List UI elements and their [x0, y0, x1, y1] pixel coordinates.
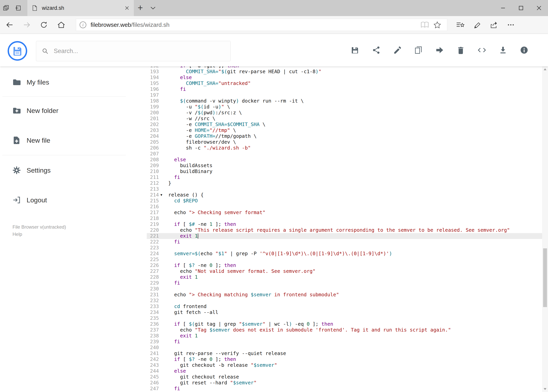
code-line-229[interactable]: 229 fi — [147, 280, 542, 286]
page-info-icon[interactable]: i — [80, 21, 86, 28]
new-tab-button[interactable]: + — [134, 0, 147, 16]
rename-button[interactable] — [393, 46, 402, 54]
fold-marker-icon[interactable]: ▾ — [160, 192, 162, 198]
forward-button[interactable] — [19, 17, 35, 33]
code-line-238[interactable]: 238 exit 1 — [147, 333, 542, 339]
code-line-213[interactable]: 213 — [147, 186, 542, 192]
scroll-down-button[interactable] — [542, 386, 548, 392]
code-line-247[interactable]: 247 fi — [147, 386, 542, 392]
copy-button[interactable] — [414, 46, 423, 54]
code-line-221[interactable]: 221 exit 1 — [147, 233, 542, 239]
tabs-set-aside-list-button[interactable] — [0, 0, 12, 16]
code-line-222[interactable]: 222 fi — [147, 239, 542, 245]
tab-close-button[interactable] — [125, 6, 130, 11]
hub-favorites-button[interactable] — [452, 17, 469, 33]
code-line-192[interactable]: 192 if [ -d .git ]; then — [147, 66, 542, 69]
sidebar-item-settings[interactable]: Settings — [0, 160, 140, 181]
back-button[interactable] — [2, 17, 17, 33]
code-line-199[interactable]: 199 -u "$(id -u)" \ — [147, 104, 542, 110]
code-line-245[interactable]: 245 git checkout release — [147, 374, 542, 380]
code-line-193[interactable]: 193 COMMIT_SHA="$(git rev-parse HEAD | c… — [147, 69, 542, 75]
code-line-203[interactable]: 203 -e HOME="//tmp" \ — [147, 127, 542, 133]
save-button[interactable] — [351, 46, 359, 54]
code-line-225[interactable]: 225 — [147, 257, 542, 262]
vertical-scrollbar[interactable] — [542, 66, 548, 392]
share-file-button[interactable] — [372, 46, 381, 54]
code-line-217[interactable]: 217 echo "> Checking semver format" — [147, 210, 542, 216]
code-line-214[interactable]: 214▾release () { — [147, 192, 542, 198]
code-line-202[interactable]: 202 -e COMMIT_SHA=$COMMIT_SHA \ — [147, 121, 542, 127]
code-line-195[interactable]: 195 COMMIT_SHA="untracked" — [147, 80, 542, 86]
code-line-244[interactable]: 244 else — [147, 368, 542, 374]
code-editor[interactable]: 192 if [ -d .git ]; then193 COMMIT_SHA="… — [147, 66, 542, 392]
reading-view-button[interactable] — [418, 21, 431, 29]
code-line-240[interactable]: 240 — [147, 345, 542, 350]
code-line-237[interactable]: 237 echo "Tag $semver does not exist in … — [147, 327, 542, 333]
code-line-231[interactable]: 231 echo "> Checking matching $semver in… — [147, 292, 542, 298]
code-line-241[interactable]: 241 git rev-parse --verify --quiet relea… — [147, 350, 542, 356]
code-line-239[interactable]: 239 fi — [147, 339, 542, 345]
code-line-236[interactable]: 236 if [ $(git tag | grep "$semver" | wc… — [147, 321, 542, 327]
web-notes-pen-button[interactable] — [469, 17, 486, 33]
code-line-201[interactable]: 201 -w //src \ — [147, 116, 542, 121]
code-line-228[interactable]: 228 exit 1 — [147, 274, 542, 280]
code-line-242[interactable]: 242 if [ $? -ne 0 ]; then — [147, 356, 542, 362]
search-input[interactable] — [53, 47, 225, 55]
sidebar-item-my-files[interactable]: My files — [0, 71, 140, 93]
code-line-219[interactable]: 219 if [ $# -ne 1 ]; then — [147, 221, 542, 227]
code-line-224[interactable]: 224 semver=$(echo "$1" | grep -P '^v(0|[… — [147, 251, 542, 257]
code-line-212[interactable]: 212} — [147, 180, 542, 186]
close-window-button[interactable] — [530, 0, 548, 16]
code-line-235[interactable]: 235 — [147, 315, 542, 321]
share-button[interactable] — [486, 17, 502, 33]
refresh-button[interactable] — [36, 17, 52, 33]
minimize-button[interactable] — [494, 0, 512, 16]
code-line-209[interactable]: 209 buildAssets — [147, 163, 542, 168]
delete-button[interactable] — [457, 46, 465, 54]
code-line-215[interactable]: 215 cd $REPO — [147, 198, 542, 204]
code-line-198[interactable]: 198 $(command -v winpty) docker run --rm… — [147, 98, 542, 104]
code-line-220[interactable]: 220 echo "This release script requires a… — [147, 227, 542, 233]
set-tabs-aside-button[interactable] — [12, 0, 24, 16]
code-line-206[interactable]: 206 sh -c "./wizard.sh -b" — [147, 145, 542, 151]
maximize-button[interactable] — [512, 0, 530, 16]
scroll-up-button[interactable] — [542, 66, 548, 72]
code-line-204[interactable]: 204 -e GOPATH=//tmp/gopath \ — [147, 133, 542, 139]
code-line-223[interactable]: 223 — [147, 245, 542, 251]
code-line-211[interactable]: 211 fi — [147, 174, 542, 180]
code-line-227[interactable]: 227 echo "Not valid semver format. See s… — [147, 268, 542, 274]
code-line-230[interactable]: 230 — [147, 286, 542, 292]
move-button[interactable] — [435, 46, 444, 54]
browser-tab[interactable]: wizard.sh — [28, 0, 134, 16]
code-line-246[interactable]: 246 git reset --hard "$semver" — [147, 380, 542, 386]
code-line-234[interactable]: 234 git fetch --all — [147, 309, 542, 315]
help-link[interactable]: Help — [13, 231, 140, 238]
tab-preview-chevron-button[interactable] — [147, 0, 159, 16]
code-line-210[interactable]: 210 buildBinary — [147, 168, 542, 174]
sidebar-item-new-file[interactable]: New file — [0, 130, 140, 151]
code-line-200[interactable]: 200 -v /$(pwd):/src:z \ — [147, 110, 542, 116]
code-line-233[interactable]: 233 cd frontend — [147, 304, 542, 309]
code-line-226[interactable]: 226 if [ $? -ne 0 ]; then — [147, 262, 542, 268]
info-button[interactable] — [520, 46, 528, 54]
code-line-194[interactable]: 194 else — [147, 75, 542, 80]
sidebar-item-logout[interactable]: Logout — [0, 189, 140, 211]
code-line-218[interactable]: 218 — [147, 216, 542, 221]
search-box[interactable] — [36, 41, 231, 61]
code-line-197[interactable]: 197 — [147, 92, 542, 98]
code-line-205[interactable]: 205 filebrowser/dev \ — [147, 139, 542, 145]
code-line-196[interactable]: 196 fi — [147, 86, 542, 92]
code-line-243[interactable]: 243 git checkout -b release "$semver" — [147, 362, 542, 368]
download-button[interactable] — [499, 46, 507, 54]
home-button[interactable] — [54, 17, 69, 33]
code-line-208[interactable]: 208 else — [147, 157, 542, 163]
more-options-button[interactable] — [502, 17, 519, 33]
add-favorite-button[interactable] — [431, 21, 444, 29]
file-browser-logo[interactable] — [8, 41, 27, 61]
address-bar[interactable]: i filebrowser.web/files/wizard.sh — [76, 19, 447, 31]
code-line-207[interactable]: 207 — [147, 151, 542, 157]
url-text[interactable]: filebrowser.web/files/wizard.sh — [90, 21, 170, 28]
scrollbar-thumb[interactable] — [543, 248, 547, 307]
view-source-button[interactable] — [478, 46, 486, 54]
sidebar-item-new-folder[interactable]: New folder — [0, 100, 140, 121]
